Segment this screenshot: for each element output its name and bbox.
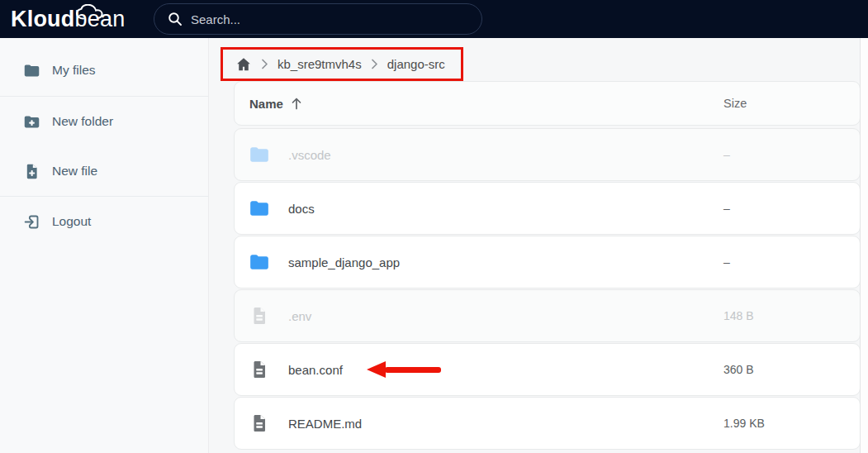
sidebar-item-label: Logout xyxy=(52,214,91,229)
table-row[interactable]: sample_django_app – xyxy=(234,236,861,288)
cloud-icon xyxy=(74,1,116,26)
table-row[interactable]: README.md 1.99 KB xyxy=(234,397,861,450)
column-header-name[interactable]: Name xyxy=(249,97,302,111)
file-name: .env xyxy=(288,309,311,323)
sidebar-item-label: New folder xyxy=(52,114,113,129)
sidebar-item-label: New file xyxy=(52,164,97,179)
file-name: sample_django_app xyxy=(288,255,400,269)
file-size: – xyxy=(723,255,730,269)
sidebar-item-new-file[interactable]: New file xyxy=(0,159,209,184)
file-icon xyxy=(249,359,270,380)
search-input[interactable] xyxy=(191,12,455,26)
sidebar-divider xyxy=(0,196,209,197)
file-icon xyxy=(249,412,270,434)
sidebar-item-my-files[interactable]: My files xyxy=(0,58,209,83)
table-row[interactable]: docs – xyxy=(234,182,861,235)
sort-ascending-icon xyxy=(291,97,302,110)
home-icon[interactable] xyxy=(235,56,252,73)
breadcrumb-item-current[interactable]: django-src xyxy=(387,57,445,71)
sidebar: My files New folder New file Logout xyxy=(0,38,209,453)
file-size: 148 B xyxy=(723,309,754,322)
chevron-right-icon xyxy=(261,59,268,69)
sidebar-item-label: My files xyxy=(52,63,96,78)
sidebar-item-logout[interactable]: Logout xyxy=(0,209,209,234)
kloudbean-logo[interactable]: Kloudbean xyxy=(11,7,125,32)
file-size: 1.99 KB xyxy=(723,417,765,430)
file-plus-icon xyxy=(23,163,40,180)
table-row[interactable]: .env 148 B xyxy=(234,289,861,342)
file-icon xyxy=(249,305,270,327)
chevron-right-icon xyxy=(371,59,378,69)
search-bar[interactable] xyxy=(154,3,482,35)
table-row[interactable]: bean.conf 360 B xyxy=(234,343,861,396)
sidebar-item-new-folder[interactable]: New folder xyxy=(0,109,209,134)
column-header-size[interactable]: Size xyxy=(723,97,747,110)
folder-icon xyxy=(249,144,270,165)
folder-plus-icon xyxy=(23,113,40,131)
breadcrumb-item-workspace[interactable]: kb_sre9tmvh4s xyxy=(277,57,362,71)
logo-text-bold: Kloud xyxy=(11,7,74,31)
folder-icon xyxy=(249,198,270,219)
file-size: – xyxy=(723,202,730,215)
logout-icon xyxy=(23,213,40,231)
top-navbar: Kloudbean xyxy=(0,0,868,38)
file-name: README.md xyxy=(288,417,362,431)
main-content: kb_sre9tmvh4s django-src Name Size .vsco… xyxy=(210,38,868,453)
search-icon xyxy=(168,12,183,26)
file-name: .vscode xyxy=(288,148,331,162)
scrollbar-track[interactable] xyxy=(860,38,868,453)
folder-icon xyxy=(249,251,270,273)
table-header: Name Size xyxy=(234,81,861,126)
sidebar-divider xyxy=(0,96,209,97)
table-row[interactable]: .vscode – xyxy=(234,128,861,181)
name-column-label: Name xyxy=(249,97,283,111)
file-name: docs xyxy=(288,202,315,216)
file-name: bean.conf xyxy=(288,363,343,377)
breadcrumb-highlight-box: kb_sre9tmvh4s django-src xyxy=(221,47,463,81)
file-size: 360 B xyxy=(723,363,754,376)
file-size: – xyxy=(723,148,730,161)
folder-icon xyxy=(23,62,40,79)
annotation-arrow-icon xyxy=(367,361,441,378)
